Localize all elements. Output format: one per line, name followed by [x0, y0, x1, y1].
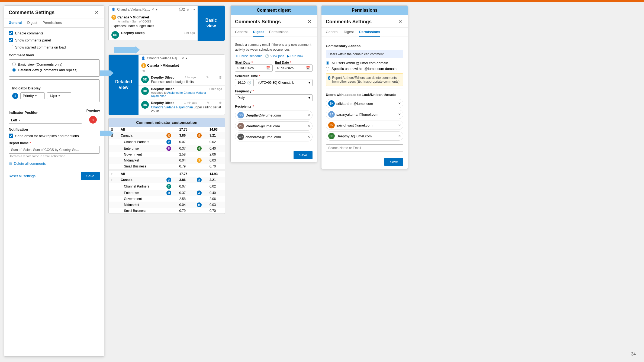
all-users-radio[interactable]	[326, 61, 329, 65]
view-jobs-button[interactable]: 🕐 View jobs	[265, 54, 284, 58]
tab-permissions[interactable]: Permissions	[43, 18, 62, 27]
table-row: ⊟ All 17.75 14.93	[109, 171, 225, 177]
indicator-dot-8: @	[197, 177, 202, 182]
timezone-select[interactable]: (UTC+05:30) Chennai, k ▾	[256, 79, 313, 86]
digest-tab-general[interactable]: General	[235, 28, 247, 37]
comment-view-box: Basic view (Comments only) Detailed view…	[9, 59, 100, 77]
basic-arrow-area	[108, 45, 225, 53]
detailed-view-badge: Detailedview	[109, 55, 139, 115]
access-desc: Users within the domain can comment	[329, 52, 384, 56]
frequency-select[interactable]: Daily ▾	[235, 94, 313, 101]
recipient-remove-1[interactable]: ✕	[307, 113, 310, 117]
comment-meta-d3: Deepthy Dileep 1 min ago ✎ 🗑 Chandra Vad…	[151, 101, 222, 113]
show-comments-panel-checkbox[interactable]	[9, 38, 13, 42]
tab-digest[interactable]: Digest	[27, 18, 37, 27]
enable-comments-checkbox[interactable]	[9, 31, 13, 35]
show-starred-checkbox[interactable]	[9, 45, 13, 49]
tab-general[interactable]: General	[9, 18, 22, 27]
size-select[interactable]: 14px ▾	[47, 92, 71, 99]
avatar-d3: DD	[141, 101, 149, 109]
detailed-breadcrumb-row: 3 Canada > Midmarket	[141, 63, 222, 68]
general-close-button[interactable]: ✕	[94, 9, 100, 15]
user-remove-4[interactable]: ✕	[398, 134, 401, 138]
digest-tab-digest[interactable]: Digest	[253, 28, 264, 37]
detailed-view-comments: 👤 Chandra Vadana Raj... ✕ ▾ 3 Canada > M…	[139, 55, 225, 115]
search-name-email-input[interactable]	[326, 144, 403, 151]
table-row: ⊟ Canada @ 3.86 @ 3.21	[109, 132, 225, 139]
show-comments-panel-row: Show comments panel	[9, 38, 100, 42]
basic-view-radio[interactable]	[12, 63, 16, 66]
detailed-header-user: 👤 Chandra Vadana Raj... ✕ ▾	[141, 56, 187, 60]
pause-schedule-button[interactable]: ⏸ Pause schedule	[235, 54, 262, 58]
recipient-remove-2[interactable]: ✕	[307, 124, 310, 128]
star-icon-2: ☆	[142, 69, 146, 73]
permissions-footer: Save	[321, 155, 408, 169]
basic-comment-item: DD Deepthy Dileep 1 hr ago	[109, 30, 198, 41]
info-note-text: Report Authors/Editors can delete commen…	[332, 76, 401, 83]
basic-view-badge: Basicview	[198, 6, 225, 41]
dot-green-1: 4	[195, 145, 207, 152]
specific-users-radio[interactable]	[326, 67, 329, 70]
permissions-save-button[interactable]: Save	[384, 158, 403, 166]
send-email-checkbox[interactable]	[9, 134, 13, 138]
delete-icon-d1[interactable]: 🗑	[219, 76, 222, 79]
table-row: Midmarket 0.04 B 0.03	[109, 202, 225, 208]
time-input[interactable]: 16:10 🕐	[235, 79, 254, 86]
cell-small-business-2: Small Business	[118, 208, 164, 214]
basic-view-content: 👤 Chandra Vadana Raj... ✕ ▾ 💬2 ☆ ⋯ 3 Can	[109, 6, 225, 41]
user-remove-2[interactable]: ✕	[398, 112, 401, 116]
digest-panel-header: Comments Settings ✕	[231, 15, 317, 28]
calendar-icon-end: 📅	[306, 66, 310, 70]
digest-close-button[interactable]: ✕	[306, 19, 313, 25]
general-save-button[interactable]: Save	[81, 172, 100, 180]
recipient-chip-list: DD DeepthyD@lumel.com ✕ PS PreethaS@lume…	[235, 111, 313, 141]
digest-tab-permissions[interactable]: Permissions	[269, 28, 288, 37]
permissions-tab-digest[interactable]: Digest	[344, 28, 354, 37]
comment-header-d1: Deepthy Dileep 1 hr ago ✎ 🗑	[151, 76, 222, 79]
run-now-button[interactable]: ▶ Run now	[287, 54, 303, 58]
recipient-email-3: chandravr@lumel.com	[246, 135, 281, 139]
priority-select[interactable]: Priority ▾	[20, 92, 45, 99]
arrow-body-1	[100, 70, 110, 76]
edit-icon-d1[interactable]: ✎	[206, 76, 209, 79]
start-date-input[interactable]: 01/09/2025 📅	[235, 64, 273, 72]
recipient-remove-3[interactable]: ✕	[307, 135, 310, 139]
cell-003-2: 0.03	[207, 202, 225, 208]
detailed-view-radio[interactable]	[12, 68, 16, 72]
position-select[interactable]: Left ▾	[9, 117, 82, 124]
indicator-dot-12: B	[197, 202, 202, 207]
indicator-display-box: Indicator Display 1 Priority ▾ 14px ▾	[9, 79, 100, 102]
basic-breadcrumb: 3 Canada > Midmarket Amarilla > Sum of C…	[109, 13, 198, 30]
dot-orange-2: @	[195, 132, 207, 139]
dot-teal-1: C	[164, 183, 177, 190]
arrow-to-indicator-table	[100, 130, 114, 137]
permissions-tab-general[interactable]: General	[326, 28, 338, 37]
cell-258: 2.58	[177, 152, 195, 157]
permissions-tab-permissions[interactable]: Permissions	[359, 28, 380, 37]
cell-val1	[164, 127, 177, 132]
cell-004-2: 0.04	[177, 202, 195, 208]
edit-icon-d3[interactable]: ✎	[207, 101, 209, 105]
delete-icon-d3[interactable]: 🗑	[219, 101, 222, 105]
user-remove-3[interactable]: ✕	[398, 123, 401, 127]
report-name-input[interactable]	[9, 146, 100, 154]
schedule-actions: ⏸ Pause schedule 🕐 View jobs ▶ Run now	[235, 54, 313, 58]
end-date-label: End Date *	[275, 61, 313, 64]
detailed-dropdown-icon: ▾	[186, 56, 187, 60]
permissions-close-button[interactable]: ✕	[397, 19, 403, 25]
digest-save-button[interactable]: Save	[294, 151, 313, 159]
arrow-head-basic	[136, 46, 140, 54]
user-avatar-1: SK	[328, 100, 335, 107]
reset-all-settings-button[interactable]: Reset all settings	[9, 174, 36, 178]
delete-all-comments-link[interactable]: 🗑 Delete all comments	[9, 161, 100, 166]
detailed-breadcrumb-badge: 3	[141, 63, 146, 68]
comment-meta-d1: Deepthy Dileep 1 hr ago ✎ 🗑 Expenses und…	[151, 76, 222, 84]
comment-view-section-label: Comment View	[9, 53, 100, 57]
end-date-input[interactable]: 01/09/2025 📅	[275, 64, 313, 72]
recipient-email-1: DeepthyD@lumel.com	[246, 113, 281, 117]
author-1: Deepthy Dileep	[121, 31, 145, 35]
breadcrumb-badge: 3	[111, 15, 116, 20]
more-icon: ⋯	[191, 7, 195, 11]
user-remove-1[interactable]: ✕	[398, 102, 401, 105]
indicator-dot-9: C	[166, 184, 171, 189]
